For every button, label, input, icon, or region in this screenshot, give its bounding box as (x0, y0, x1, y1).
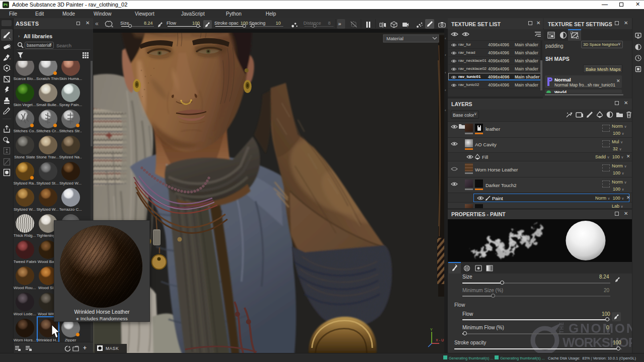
svg-text:X - U: X - U (436, 338, 444, 342)
svg-text:Y: Y (430, 328, 433, 331)
svg-text:Material: Material (386, 36, 404, 41)
svg-text:MASK: MASK (106, 346, 119, 351)
